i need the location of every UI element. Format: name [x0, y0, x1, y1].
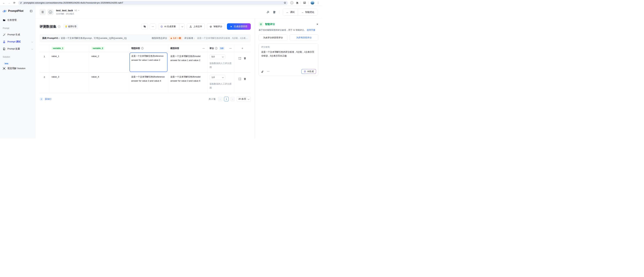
add-column-button[interactable]: ＋ [234, 45, 250, 52]
cell-row-actions [234, 73, 250, 93]
dataset-table: variable_1 variable_2 理想回答 ? 模型回答 ⋯ 评分 [40, 44, 251, 93]
upload-file-button[interactable]: 上传文件 [187, 24, 205, 30]
smart-score-label: 智能评分 [214, 25, 222, 28]
sidebar-item-task-management[interactable]: 任务管理 [0, 16, 35, 24]
optimize-mode-button[interactable]: → 智能优化 [298, 9, 318, 16]
info-icon[interactable]: i [58, 25, 60, 28]
focused-cell-editor[interactable]: 这是一个文本理解任务的reference answer for value 1 … [130, 52, 168, 72]
score-all-button[interactable]: 为所有回答评分 [290, 34, 318, 41]
browser-reload-icon[interactable]: ⟳ [13, 2, 16, 4]
menu-button[interactable]: ☰ [40, 9, 46, 15]
cell-variable-1[interactable]: value_1 [49, 52, 89, 73]
col-header-variable-2[interactable]: variable_2 [89, 45, 129, 52]
dataset-toolbar: ⋯ AI 生成变量 [142, 23, 251, 30]
site-settings-icon[interactable] [20, 2, 22, 4]
more-actions-button[interactable]: ⋯ [150, 24, 156, 30]
more-options-icon[interactable]: ⋯ [267, 70, 270, 73]
ai-generate-variables-button[interactable]: AI 生成变量 [158, 24, 185, 30]
sidebar-item-prompt-batch[interactable]: Prompt 批量 [0, 45, 35, 52]
tab-search-icon[interactable] [303, 1, 306, 4]
add-row-button[interactable]: ＋ 添加行 [40, 97, 52, 101]
extensions-puzzle-icon[interactable] [296, 2, 298, 4]
score-select[interactable]: 5.0 [210, 54, 225, 59]
cell-ideal-answer[interactable]: 这是一个文本理解任务的reference answer for value 3 … [129, 73, 168, 93]
col-header-ideal[interactable]: 理想回答 ? [129, 45, 168, 52]
score-unrated-button[interactable]: 为未评分的回答评分 [259, 34, 288, 41]
col-header-variable-1[interactable]: variable_1 [49, 45, 89, 52]
question-icon[interactable]: ? [141, 47, 144, 50]
generate-all-answers-button[interactable]: 生成全部回答 [227, 23, 251, 30]
new-task-button[interactable]: ＋ [47, 9, 54, 15]
cell-variable-1[interactable]: value_3 [49, 73, 89, 93]
expand-row-icon[interactable] [238, 78, 241, 80]
promptpilot-logo [2, 9, 7, 13]
sidebar-item-vision-solution[interactable]: 视觉理解 Solution [0, 65, 35, 72]
chevron-down-icon [248, 98, 249, 100]
next-page-button[interactable]: › [230, 97, 235, 101]
avatar[interactable] [310, 1, 314, 5]
chevron-down-icon [181, 26, 183, 27]
sidebar-item-prompt-debug[interactable]: Prompt 调试 [0, 38, 35, 45]
ai-generate-variables-main[interactable]: AI 生成变量 [158, 24, 178, 30]
prev-page-button[interactable]: ‹ [218, 97, 222, 101]
close-icon[interactable]: ✕ [316, 23, 318, 26]
ai-generate-button[interactable]: AI生成 [302, 69, 316, 74]
manual-link[interactable]: 使用手册 [307, 29, 315, 31]
cell-variable-2[interactable]: value_4 [89, 73, 129, 93]
edit-pencil-icon[interactable] [261, 70, 264, 73]
bookmark-star-icon[interactable] [284, 2, 286, 4]
browser-back-icon[interactable]: ← [2, 2, 6, 4]
cell-ideal-answer[interactable]: 这是一个文本理解任务的reference answer for value 1 … [129, 52, 168, 73]
chevron-down-icon[interactable] [32, 40, 32, 43]
panel-header: 智能评分 ✕ [259, 22, 318, 26]
address-bar[interactable]: promptpilot.volcengine.com/workbench/ta-… [18, 1, 288, 5]
extension-badge-icon[interactable]: ⌘ [290, 1, 294, 4]
task-name: test_text_task [56, 9, 73, 12]
criteria-card[interactable]: 评分标准: 这是一个文本理解任务的评分标准，5分制，1分表示完全错误，5分表示完… [259, 44, 318, 76]
usage-guide-button[interactable]: 💡 使用引导 [63, 24, 78, 29]
browser-menu-icon[interactable]: ⋮ [316, 2, 320, 4]
score-column-menu-icon[interactable]: ⋯ [229, 47, 232, 50]
score-reason-text[interactable]: 该条数据的人工评分原因 [210, 62, 232, 69]
chevron-down-icon[interactable] [32, 48, 32, 50]
cell-variable-2[interactable]: value_2 [89, 52, 129, 73]
criteria-card-footer: ⋯ AI生成 [261, 69, 316, 74]
hide-columns-button[interactable] [142, 24, 148, 30]
smart-score-button[interactable]: 智能评分 [207, 24, 225, 30]
criteria-card-text[interactable]: 这是一个文本理解任务的评分标准，5分制，1分表示完全错误，5分表示完全正确 [261, 50, 316, 58]
cell-row-actions [234, 52, 250, 73]
score-reason-text[interactable]: 该条数据的人工评分原因 [210, 82, 232, 90]
version-selector[interactable]: V1 [74, 9, 79, 12]
delete-row-icon[interactable] [244, 57, 246, 60]
debug-mode-button[interactable]: ← 调试 [283, 9, 298, 16]
page-size-select[interactable]: 20 条/页 [236, 96, 251, 102]
wand-icon [3, 33, 6, 36]
screen: ← → ⟳ promptpilot.volcengine.com/workben… [0, 0, 322, 138]
mode-switch: ← 调试 → 智能优化 [283, 8, 318, 16]
wrench-icon[interactable] [266, 11, 270, 14]
delete-row-icon[interactable] [244, 78, 246, 80]
sidebar-item-prompt-generate[interactable]: Prompt 生成 [0, 31, 35, 38]
col-header-model[interactable]: 模型回答 ⋯ [168, 45, 207, 52]
score-select[interactable]: 1.0 [210, 75, 225, 80]
folder-icon [3, 19, 6, 22]
question-icon[interactable]: ? [215, 47, 218, 50]
ai-generate-variables-dropdown[interactable] [179, 24, 184, 30]
beta-badge: beta [4, 62, 9, 65]
cell-model-answer[interactable]: 这是一个文本理解任务的model answer for value 3 and … [168, 73, 207, 93]
browser-forward-icon[interactable]: → [8, 2, 11, 4]
col-header-score[interactable]: 评分 ? 3.0 ⋯ [207, 45, 234, 52]
model-column-menu-icon[interactable]: ⋯ [202, 47, 205, 50]
sidebar-item-label: Prompt 生成 [8, 33, 20, 36]
page-1-button[interactable]: 1 [224, 97, 229, 101]
variable-chip: variable_2 [91, 46, 104, 50]
library-books-icon[interactable] [273, 11, 276, 14]
cell-model-answer[interactable]: 这是一个文本理解任务的model answer for value 1 and … [168, 52, 207, 73]
sidebar-item-label: Prompt 批量 [8, 47, 20, 50]
system-prompt-content: 这是一个文本理解任务的prompt，它有{{variable_1}}和{{var… [61, 37, 149, 40]
expand-row-icon[interactable] [238, 57, 241, 60]
row-index: 2 [40, 73, 49, 93]
sidebar-collapse-icon[interactable] [30, 10, 32, 12]
kebab-icon: ⋯ [152, 25, 154, 28]
sidebar: PromptPilot 任务管理 Prompt [0, 6, 36, 138]
